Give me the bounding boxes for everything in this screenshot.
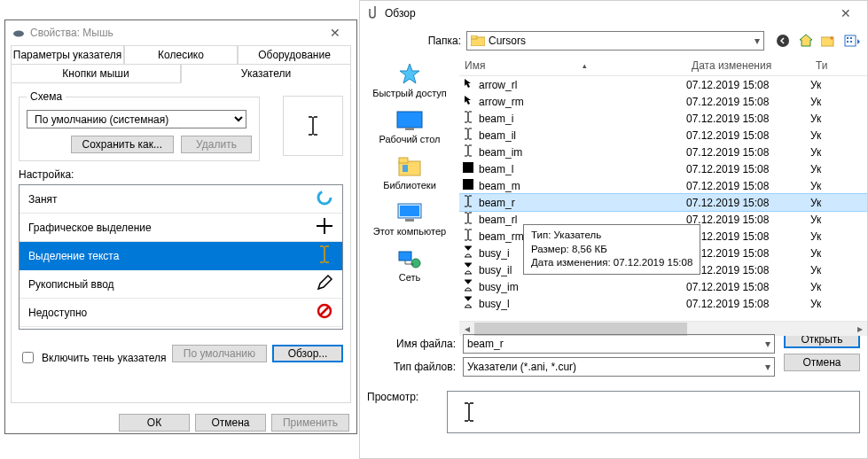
ok-button[interactable]: ОК — [119, 414, 190, 432]
tab-wheel[interactable]: Колесико — [124, 45, 238, 64]
scheme-select[interactable]: По умолчанию (системная) — [27, 110, 246, 128]
col-date[interactable]: Дата изменения — [686, 56, 810, 75]
shadow-label: Включить тень указателя — [42, 352, 167, 364]
browse-button[interactable]: Обзор... — [272, 345, 343, 362]
default-button[interactable]: По умолчанию — [172, 345, 267, 362]
file-date: 07.12.2019 15:08 — [686, 113, 810, 125]
list-item[interactable]: Выделение текста — [20, 242, 342, 270]
filename-combo[interactable]: beam_r — [463, 334, 775, 354]
file-name: busy_l — [477, 298, 686, 310]
shadow-checkbox[interactable] — [22, 352, 34, 363]
file-row[interactable]: busy_l07.12.2019 15:08Ук — [459, 295, 867, 312]
preview-box — [447, 391, 860, 433]
file-type: Ук — [810, 129, 867, 142]
svg-rect-16 — [403, 165, 408, 172]
unavailable-icon — [316, 303, 333, 323]
list-item[interactable]: Графическое выделение — [20, 214, 342, 242]
tab-pointer-options[interactable]: Параметры указателя — [11, 45, 124, 64]
sort-asc-icon: ▴ — [583, 61, 587, 70]
file-type: Ук — [810, 230, 867, 243]
file-name: arrow_rl — [477, 79, 686, 91]
file-row[interactable]: beam_im07.12.2019 15:08Ук — [459, 144, 867, 160]
folder-label: Папка: — [367, 35, 461, 47]
scroll-left-icon[interactable]: ◂ — [459, 323, 474, 335]
place-network[interactable]: Сеть — [396, 245, 423, 283]
save-as-button[interactable]: Сохранить как... — [71, 136, 174, 153]
cancel-button[interactable]: Отмена — [195, 414, 266, 432]
titlebar[interactable]: Свойства: Мышь ✕ — [5, 20, 356, 45]
file-name: beam_i — [477, 113, 686, 125]
list-item[interactable]: Занят — [20, 185, 342, 214]
col-name[interactable]: Имя▴ — [459, 56, 686, 75]
col-type[interactable]: Ти — [810, 56, 867, 75]
folder-value: Cursors — [489, 35, 526, 47]
svg-rect-23 — [463, 179, 473, 190]
back-icon[interactable] — [775, 33, 791, 49]
file-row[interactable]: beam_l07.12.2019 15:08Ук — [459, 160, 867, 177]
close-button[interactable]: ✕ — [317, 26, 353, 40]
svg-point-21 — [411, 259, 420, 268]
file-date: 07.12.2019 15:08 — [686, 79, 810, 91]
svg-rect-11 — [850, 41, 852, 43]
scroll-right-icon[interactable]: ▸ — [852, 323, 867, 335]
file-list: Имя▴ Дата изменения Ти arrow_rl07.12.201… — [459, 56, 867, 327]
place-this-pc[interactable]: Этот компьютер — [373, 199, 446, 237]
delete-button[interactable]: Удалить — [181, 136, 252, 153]
file-icon — [459, 128, 477, 143]
svg-rect-12 — [397, 112, 422, 128]
file-icon — [459, 262, 477, 277]
file-row[interactable]: busy_im07.12.2019 15:08Ук — [459, 278, 867, 295]
libraries-icon — [383, 153, 436, 180]
file-row[interactable]: beam_m07.12.2019 15:08Ук — [459, 177, 867, 194]
cursor-listbox[interactable]: Занят Графическое выделение Выделение те… — [19, 184, 343, 330]
mouse-icon — [12, 27, 25, 39]
titlebar[interactable]: Обзор ✕ — [360, 1, 867, 26]
file-row[interactable]: beam_r07.12.2019 15:08Ук — [459, 194, 867, 211]
new-folder-icon[interactable] — [821, 33, 837, 49]
ibeam-icon — [316, 245, 333, 267]
file-date: 07.12.2019 15:08 — [686, 264, 810, 276]
tab-pointers[interactable]: Указатели — [181, 64, 351, 83]
filename-label: Имя файла: — [367, 338, 456, 350]
svg-rect-13 — [405, 128, 414, 130]
file-row[interactable]: arrow_rm07.12.2019 15:08Ук — [459, 93, 867, 110]
file-type: Ук — [810, 298, 867, 310]
tab-page-pointers: Схема По умолчанию (системная) Сохранить… — [11, 82, 351, 403]
up-icon[interactable] — [798, 33, 814, 49]
file-row[interactable]: beam_i07.12.2019 15:08Ук — [459, 110, 867, 127]
file-date: 07.12.2019 15:08 — [686, 163, 810, 175]
tab-hardware[interactable]: Оборудование — [238, 45, 351, 64]
file-row[interactable]: arrow_rl07.12.2019 15:08Ук — [459, 76, 867, 93]
svg-rect-19 — [405, 219, 414, 222]
apply-button[interactable]: Применить — [271, 414, 349, 432]
file-name: beam_m — [477, 180, 686, 192]
file-rows[interactable]: arrow_rl07.12.2019 15:08Укarrow_rm07.12.… — [459, 76, 867, 321]
file-row[interactable]: beam_il07.12.2019 15:08Ук — [459, 127, 867, 144]
svg-rect-4 — [471, 35, 477, 39]
view-menu-icon[interactable] — [844, 33, 860, 49]
close-button[interactable]: ✕ — [828, 6, 864, 20]
file-name: beam_l — [477, 163, 686, 175]
ibeam-icon — [307, 116, 319, 136]
file-icon — [459, 111, 477, 126]
place-desktop[interactable]: Рабочий стол — [379, 107, 440, 144]
file-type: Ук — [810, 180, 867, 192]
tab-buttons[interactable]: Кнопки мыши — [11, 64, 181, 83]
cursor-preview — [283, 96, 343, 156]
pencil-icon — [316, 274, 333, 295]
file-icon — [459, 77, 477, 92]
folder-select[interactable]: Cursors — [466, 31, 764, 51]
list-item[interactable]: Рукописный ввод — [20, 270, 342, 299]
list-item[interactable]: Недоступно — [20, 299, 342, 327]
svg-rect-18 — [400, 206, 419, 216]
filetype-combo[interactable]: Указатели (*.ani, *.cur) — [463, 357, 775, 377]
place-quick-access[interactable]: Быстрый доступ — [372, 61, 447, 98]
cancel-button[interactable]: Отмена — [784, 354, 860, 371]
list-item-label: Выделение текста — [28, 250, 119, 262]
file-icon — [459, 245, 477, 261]
file-icon — [459, 144, 477, 159]
place-libraries[interactable]: Библиотеки — [383, 153, 436, 191]
tab-strip: Параметры указателя Колесико Оборудовани… — [5, 45, 356, 83]
file-date: 07.12.2019 15:08 — [686, 247, 810, 260]
preview-label: Просмотр: — [367, 391, 438, 403]
